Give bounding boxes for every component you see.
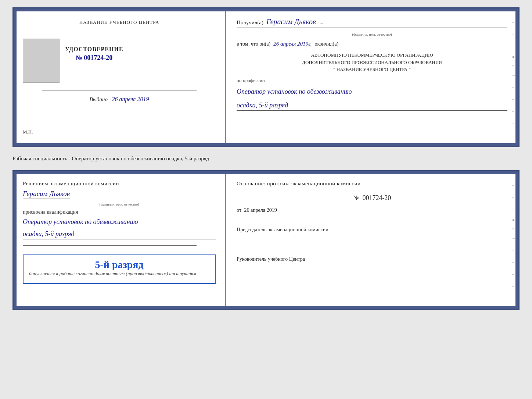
assigned-label: присвоена квалификация <box>23 209 216 215</box>
protocol-date-value: 26 апреля 2019 <box>244 207 277 213</box>
chairman-label: Председатель экзаменационной комиссии <box>237 226 507 234</box>
mp-label: М.П. <box>23 129 33 135</box>
recipient-block: Получил(а) Герасим Дьяков – <box>237 18 507 28</box>
bottom-cert-right: Основание: протокол экзаменационной коми… <box>226 171 518 309</box>
director-signature-line <box>237 266 295 272</box>
in-tom-block: в том, что он(а) 26 апреля 2019г. окончи… <box>237 41 507 47</box>
cert-number-prefix: № <box>76 54 82 61</box>
org-text: АВТОНОМНУЮ НЕКОММЕРЧЕСКУЮ ОРГАНИЗАЦИЮ ДО… <box>237 51 507 73</box>
decision-title: Решением экзаменационной комиссии <box>23 181 216 187</box>
bottom-grade: осадка, 5-й разряд <box>23 230 216 239</box>
profession-label: по профессии <box>237 78 507 83</box>
cert-number: № 001724-20 <box>65 54 123 62</box>
top-certificate: НАЗВАНИЕ УЧЕБНОГО ЦЕНТРА УДОСТОВЕРЕНИЕ №… <box>12 7 520 147</box>
protocol-number-prefix: № <box>353 194 359 202</box>
page-wrapper: НАЗВАНИЕ УЧЕБНОГО ЦЕНТРА УДОСТОВЕРЕНИЕ №… <box>12 7 520 310</box>
bottom-profession: Оператор установок по обезвоживанию <box>23 218 216 227</box>
basis-label: Основание: протокол экзаменационной коми… <box>237 181 507 187</box>
org-name-title: НАЗВАНИЕ УЧЕБНОГО ЦЕНТРА <box>79 19 159 25</box>
org-text-line1: АВТОНОМНУЮ НЕКОММЕРЧЕСКУЮ ОРГАНИЗАЦИЮ <box>237 51 507 59</box>
photo-placeholder <box>23 39 60 83</box>
subgrade-value: осадка, 5-й разряд <box>237 101 507 111</box>
specialty-label: Рабочая специальность - Оператор установ… <box>12 154 520 164</box>
photo-cert-block: УДОСТОВЕРЕНИЕ № 001724-20 <box>23 39 216 83</box>
issued-label: Выдано <box>90 96 108 102</box>
stamp-box: 5-й разряд допускается к работе согласно… <box>23 254 216 284</box>
org-text-line2: ДОПОЛНИТЕЛЬНОГО ПРОФЕССИОНАЛЬНОГО ОБРАЗО… <box>237 59 507 66</box>
org-text-line3: " НАЗВАНИЕ УЧЕБНОГО ЦЕНТРА " <box>237 66 507 73</box>
recipient-subtitle: (фамилия, имя, отчество) <box>237 32 507 36</box>
bottom-deco-marks: – – – и а ← – – – – <box>512 182 516 289</box>
director-block: Руководитель учебного Центра <box>237 256 507 274</box>
handwritten-date: 26 апреля 2019г. <box>273 41 312 47</box>
okonchil-label: окончил(а) <box>314 41 338 47</box>
received-label: Получил(а) <box>237 19 263 26</box>
stamp-grade: 5-й разряд <box>29 259 209 271</box>
name-subtitle: (фамилия, имя, отчество) <box>23 202 216 206</box>
top-cert-right: Получил(а) Герасим Дьяков – (фамилия, им… <box>226 8 518 146</box>
director-label: Руководитель учебного Центра <box>237 256 507 263</box>
date-prefix: от <box>237 207 241 213</box>
bottom-name: Герасим Дьяков <box>23 190 70 199</box>
recipient-name: Герасим Дьяков <box>266 18 316 26</box>
protocol-number-value: 001724-20 <box>362 194 391 202</box>
cert-title: УДОСТОВЕРЕНИЕ <box>65 46 123 53</box>
protocol-number: № 001724-20 <box>237 194 507 202</box>
top-cert-left: НАЗВАНИЕ УЧЕБНОГО ЦЕНТРА УДОСТОВЕРЕНИЕ №… <box>14 8 226 146</box>
profession-value: Оператор установок по обезвоживанию <box>237 88 507 97</box>
chairman-signature-line <box>237 236 295 243</box>
deco-marks: – – – и а ← – – – – <box>512 19 516 126</box>
protocol-date: от 26 апреля 2019 <box>237 207 507 213</box>
bottom-name-block: Герасим Дьяков <box>23 190 216 199</box>
bottom-cert-left: Решением экзаменационной комиссии Гераси… <box>14 171 226 309</box>
issued-line: Выдано 26 апреля 2019 <box>90 96 149 103</box>
cert-title-block: УДОСТОВЕРЕНИЕ № 001724-20 <box>65 46 123 62</box>
bottom-certificate: Решением экзаменационной комиссии Гераси… <box>12 170 520 310</box>
cert-number-value: 001724-20 <box>84 54 112 61</box>
chairman-block: Председатель экзаменационной комиссии <box>237 226 507 245</box>
stamp-desc: допускается к работе согласно должностны… <box>29 271 209 277</box>
in-tom-label: в том, что он(а) <box>237 41 270 47</box>
issued-date: 26 апреля 2019 <box>112 96 149 102</box>
